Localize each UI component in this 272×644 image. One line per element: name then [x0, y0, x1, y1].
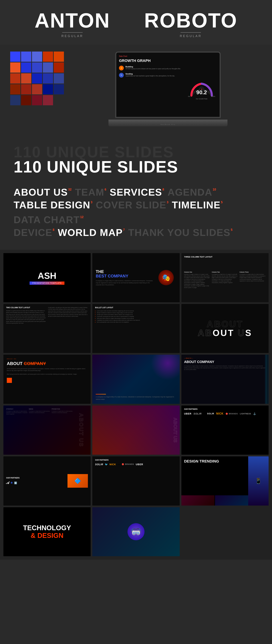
slide-partners2-title: OUR PARTNERS [6, 477, 65, 479]
slide-ac-text: As the minuteness of the parts formed a … [7, 368, 87, 375]
cat-count-cover-slide: 3 [167, 200, 168, 204]
screen-item2-title: Seeding [125, 73, 184, 75]
macbook-label: MacBook Pro [161, 124, 175, 125]
font-item-anton: ANTON REGULAR [35, 10, 110, 38]
bullet-item: Commodo consequat duis aute irure dolor … [95, 316, 177, 317]
partner-logo-key: 🗝 Solir [204, 412, 214, 415]
laptop-mockup: Data Chart GROWTH GRAPH ⚡ Budding All tr… [74, 52, 262, 126]
screen-icon-budding: ⚡ [119, 66, 124, 70]
font-name-anton: ANTON [35, 10, 110, 30]
partners2-logo-row: 𝒜 ⚛ ℹ️ [6, 481, 65, 485]
slide-abstract-vertical: ABOUT US [173, 418, 178, 442]
slide-ash-title: ASH [38, 271, 56, 281]
partner-logo-brands: 🔴 brands [226, 413, 238, 415]
slide-thumb-about-company-light[interactable]: About Us ABOUT COMPANY As the minuteness… [3, 355, 91, 404]
cat-name-services: SERVICES [110, 186, 162, 198]
slide-as-promo-label: PROMOTION [52, 408, 73, 410]
font-divider-anton [62, 32, 83, 33]
bullet-item: Cupidatat non proident sunt in culpa qui… [95, 320, 177, 321]
p2-logo-a: 𝒜 [6, 481, 9, 485]
categories-row-3: DEVICE8 WORLD MAP7 THANK YOU SLIDES5 [13, 227, 259, 238]
screen-item1-desc: All tree it prop at some distant orb has… [125, 68, 184, 70]
cat-name-timeline: TIMELINE [172, 199, 221, 210]
cat-name-cover-slide: COVER SLIDE [96, 199, 166, 210]
p2-logo-bar: ℹ️ [14, 482, 17, 484]
slide-thumb-partners2[interactable]: OUR PARTNERS 𝒜 ⚛ ℹ️ 🔷 [3, 456, 91, 506]
scene-glow-purple [151, 355, 180, 380]
slide-thumb-2col[interactable]: TWO COLUMN TEXT LAYOUT Avelicite is a gr… [3, 304, 91, 353]
gauge-min: 0% [188, 96, 190, 97]
partner-logo-nick: nick [216, 412, 224, 415]
cat-data-chart: DATA CHART12 [13, 214, 83, 226]
laptop-screen: Data Chart GROWTH GRAPH ⚡ Budding All tr… [115, 52, 221, 118]
color-swatch [32, 73, 42, 84]
slide-bullet-list: Lorem ipsum dolor sit amet consectetur a… [95, 310, 177, 323]
color-swatch [10, 95, 20, 105]
p3-uber: UBER [136, 463, 143, 466]
color-swatch [54, 84, 64, 94]
slide-thumb-technology[interactable]: TECHNOLOGY& DESIGN [3, 507, 91, 556]
slide-acd-label: — About Us — [184, 358, 266, 359]
slide-thumb-about-us[interactable]: ABOUT ABOUT US [181, 304, 269, 353]
color-swatch [21, 73, 31, 84]
slides-grid: ASH PRESENTATION TEMPLATE THE BEST COMPA… [0, 250, 272, 560]
color-swatch [43, 62, 53, 73]
color-swatch [54, 62, 64, 73]
cat-count-data-chart: 12 [80, 215, 83, 219]
color-swatch [21, 52, 31, 62]
color-swatch [54, 73, 64, 84]
slide-partners1-title: OUR PARTNERS [184, 408, 266, 410]
color-palette [10, 52, 64, 105]
slide-as-media-label: MEDIA [29, 408, 50, 410]
slide-bc-title: THE BEST COMPANY [96, 270, 153, 278]
color-swatch [54, 52, 64, 62]
slide-thumb-about-strategy[interactable]: STRATEGY A company is a legal entity of … [3, 406, 91, 455]
cat-cover-slide: COVER SLIDE3 [96, 199, 168, 210]
cat-name-agenda: AGENDA [168, 186, 212, 198]
slide-thumb-best-company[interactable]: THE BEST COMPANY A company is a legal en… [92, 253, 180, 302]
p3-key: 🗝 [118, 463, 120, 466]
cat-name-world-map: WORLD MAP [58, 227, 123, 238]
fonts-section: ANTON REGULAR ROBOTO REGULAR [0, 0, 272, 45]
color-swatch [32, 84, 42, 94]
color-swatch [32, 52, 42, 62]
cat-services: SERVICES8 [110, 186, 164, 198]
p3-solir: Solir [95, 463, 103, 466]
cat-count-about-us: 32 [68, 188, 72, 191]
cat-about-us: ABOUT US32 [13, 186, 72, 198]
bullet-item: Velit esse cillum dolore eu fugiat nulla… [95, 318, 177, 319]
partner-logo-anchor: ⚓ [253, 412, 256, 415]
cat-team: TEAM6 [75, 186, 106, 198]
vr-circle: 🥽 [127, 523, 145, 540]
slide-thumb-bullet[interactable]: BULLET LIST LAYOUT Lorem ipsum dolor sit… [92, 304, 180, 353]
bullet-item: Veniam quis nostrud exercitation ullamco… [95, 314, 177, 315]
screen-growth-title: GROWTH GRAPH [119, 58, 217, 63]
slide-thumb-dark-scene[interactable]: A company is a legal entity of a state b… [92, 355, 180, 404]
slide-thumb-abstract-red[interactable]: ABOUT US [92, 406, 180, 455]
cat-name-about-us: ABOUT US [13, 186, 68, 198]
cat-name-device: DEVICE [13, 227, 52, 238]
slide-thumb-about-company-dark[interactable]: — About Us — ABOUT COMPANY A company is … [181, 355, 269, 404]
visual-section: Data Chart GROWTH GRAPH ⚡ Budding All tr… [0, 45, 272, 133]
cat-count-team: 6 [105, 188, 106, 191]
partner-logo-lightness: Lightness [240, 413, 251, 415]
cat-thank-you: THANK YOU SLIDES5 [128, 227, 232, 238]
font-style-anton: REGULAR [35, 34, 110, 38]
slide-acd-title: ABOUT COMPANY [184, 360, 266, 364]
color-swatch [21, 95, 31, 105]
slide-acd-text: A company is a legal entity of a state b… [184, 365, 266, 371]
slide-thumb-vr-person[interactable]: 🥽 [92, 507, 180, 556]
slide-thumb-design-trending[interactable]: DESIGN TRENDING 📱 [181, 456, 269, 506]
cat-name-team: TEAM [75, 186, 104, 198]
screen-item1-title: Budding [125, 66, 184, 68]
slide-3col-header: THREE COLUMN TEXT LAYOUT [184, 256, 266, 269]
slide-thumb-ash[interactable]: ASH PRESENTATION TEMPLATE [3, 253, 91, 302]
color-swatch [43, 52, 53, 62]
slide-thumb-partners1[interactable]: OUR PARTNERS UBER Solir 🗝 Solir nick 🔴 b… [181, 406, 269, 455]
cat-table-design: TABLE DESIGN3 [13, 199, 92, 210]
categories-row-1: ABOUT US32 TEAM6 SERVICES8 AGENDA10 [13, 186, 259, 198]
slide-thumb-3col[interactable]: THREE COLUMN TEXT LAYOUT Column One Inse… [181, 253, 269, 302]
font-item-roboto: ROBOTO REGULAR [144, 10, 237, 38]
slide-thumb-partners3[interactable]: OUR PARTNERS Solir 🐦 nick 🗝 🔴 brands UBE… [92, 456, 180, 506]
laptop-base: MacBook Pro [108, 120, 228, 126]
